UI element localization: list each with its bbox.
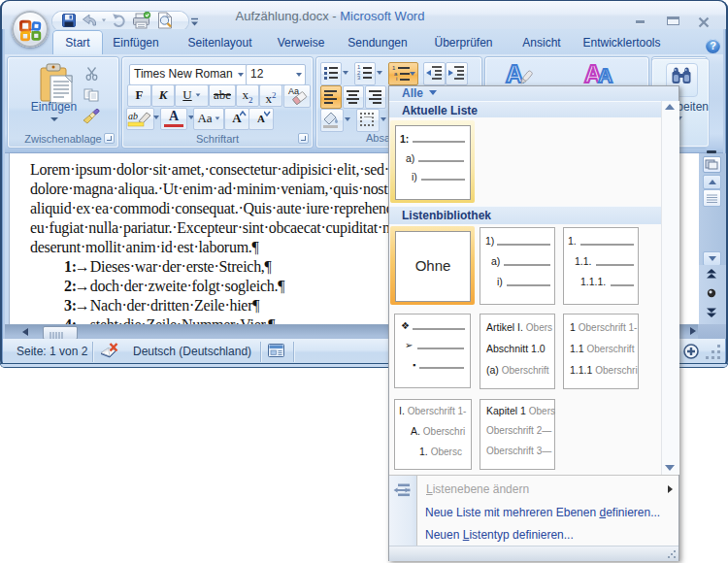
svg-text:Aa: Aa [288,86,299,96]
svg-text:ab: ab [128,111,138,121]
